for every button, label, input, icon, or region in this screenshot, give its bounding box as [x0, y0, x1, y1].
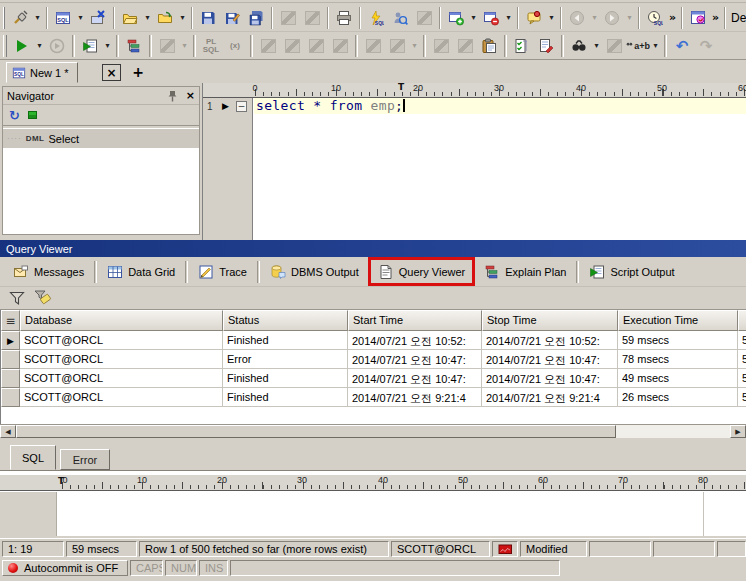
- cell-status[interactable]: Error: [223, 350, 348, 369]
- cell-partial[interactable]: 5: [738, 369, 746, 388]
- clear-filter-icon[interactable]: [34, 290, 52, 306]
- close-tab-button[interactable]: ×: [102, 64, 121, 81]
- step-into-icon-disabled[interactable]: [256, 34, 280, 58]
- execute-snippet-icon-disabled[interactable]: [45, 34, 69, 58]
- new-tab-button[interactable]: +: [130, 63, 146, 80]
- tab-dbms-output[interactable]: DBMS Output: [263, 260, 366, 284]
- execute-statement-dropdown[interactable]: ▾: [34, 34, 45, 58]
- cell-database[interactable]: SCOTT@ORCL: [20, 369, 223, 388]
- tab-query-viewer[interactable]: Query Viewer: [371, 260, 472, 284]
- cell-start-time[interactable]: 2014/07/21 오전 10:47:: [348, 369, 482, 388]
- debug-toggle-icon-disabled[interactable]: [155, 34, 179, 58]
- grid-row-2[interactable]: SCOTT@ORCL Error 2014/07/21 오전 10:47: 20…: [1, 350, 746, 369]
- desktop-panels-button[interactable]: [686, 6, 710, 30]
- plsql-debug-icon-disabled[interactable]: PLSQL: [199, 34, 223, 58]
- undo-button[interactable]: ↶: [670, 34, 694, 58]
- scroll-left-button[interactable]: ◀: [0, 425, 16, 438]
- tab-explain-plan[interactable]: Explain Plan: [477, 260, 573, 284]
- explain-plan-button[interactable]: [122, 34, 146, 58]
- describe-objects-button[interactable]: [388, 6, 412, 30]
- tab-messages[interactable]: Messages: [6, 260, 91, 284]
- halt-execution-icon-disabled[interactable]: [361, 34, 385, 58]
- format-code-button[interactable]: [534, 34, 558, 58]
- disconnect-button[interactable]: [86, 6, 110, 30]
- tab-trace[interactable]: Trace: [191, 260, 254, 284]
- toolbar-drag-handle[interactable]: [3, 7, 5, 29]
- grid-row-1[interactable]: ▶ SCOTT@ORCL Finished 2014/07/21 오전 10:5…: [1, 331, 746, 350]
- replace-button[interactable]: a+b: [626, 34, 650, 58]
- highlight-toggle-icon[interactable]: [28, 111, 37, 119]
- execute-as-script-button[interactable]: [78, 34, 102, 58]
- cell-start-time[interactable]: 2014/07/21 오전 10:52:: [348, 331, 482, 350]
- sql-history-button[interactable]: SQL: [643, 6, 667, 30]
- close-window-dropdown[interactable]: ▾: [503, 6, 514, 30]
- add-window-button[interactable]: [444, 6, 468, 30]
- cell-execution-time[interactable]: 49 msecs: [618, 369, 738, 388]
- column-header-stop-time[interactable]: Stop Time: [482, 310, 618, 331]
- grid-row-4[interactable]: SCOTT@ORCL Finished 2014/07/21 오전 9:21:4…: [1, 388, 746, 407]
- find-dropdown[interactable]: ▾: [591, 34, 602, 58]
- cell-partial[interactable]: 5: [738, 388, 746, 407]
- tab-stop-marker[interactable]: T: [398, 82, 404, 92]
- cell-partial[interactable]: 5: [738, 331, 746, 350]
- breakpoints-dropdown-disabled[interactable]: ▾: [409, 34, 420, 58]
- save-as-button[interactable]: [220, 6, 244, 30]
- breakpoints-icon-disabled[interactable]: [385, 34, 409, 58]
- scrollbar-thumb[interactable]: [16, 425, 616, 438]
- cell-status[interactable]: Finished: [223, 369, 348, 388]
- execute-as-script-dropdown[interactable]: ▾: [102, 34, 113, 58]
- cell-partial[interactable]: 5: [738, 350, 746, 369]
- cell-database[interactable]: SCOTT@ORCL: [20, 388, 223, 407]
- step-out-icon-disabled[interactable]: [304, 34, 328, 58]
- syntax-check-button[interactable]: [510, 34, 534, 58]
- open-file-button[interactable]: [118, 6, 142, 30]
- cut-icon-disabled[interactable]: [429, 34, 453, 58]
- debug-dropdown-disabled[interactable]: ▾: [179, 34, 190, 58]
- cell-start-time[interactable]: 2014/07/21 오전 10:47:: [348, 350, 482, 369]
- grid-row-3[interactable]: SCOTT@ORCL Finished 2014/07/21 오전 10:47:…: [1, 369, 746, 388]
- cell-execution-time[interactable]: 78 msecs: [618, 350, 738, 369]
- comment-button[interactable]: [522, 6, 546, 30]
- copy-icon-disabled[interactable]: [453, 34, 477, 58]
- replace-dropdown[interactable]: ▾: [650, 34, 661, 58]
- column-header-status[interactable]: Status: [223, 310, 348, 331]
- comment-dropdown[interactable]: ▾: [546, 6, 557, 30]
- save-all-button[interactable]: [244, 6, 268, 30]
- step-over-icon-disabled[interactable]: [280, 34, 304, 58]
- cell-stop-time[interactable]: 2014/07/21 오전 10:47:: [482, 350, 618, 369]
- navigate-back-dropdown-disabled[interactable]: ▾: [589, 6, 600, 30]
- connect-dropdown[interactable]: ▾: [32, 6, 43, 30]
- paste-button[interactable]: [477, 34, 501, 58]
- cell-stop-time[interactable]: 2014/07/21 오전 9:21:4: [482, 388, 618, 407]
- grid-corner-button[interactable]: ≡: [1, 310, 20, 331]
- connect-button[interactable]: [8, 6, 32, 30]
- schema-browser-icon-disabled[interactable]: [412, 6, 436, 30]
- cell-database[interactable]: SCOTT@ORCL: [20, 331, 223, 350]
- column-header-start-time[interactable]: Start Time: [348, 310, 482, 331]
- sql-recall-button[interactable]: SQL: [364, 6, 388, 30]
- reopen-file-dropdown[interactable]: ▾: [177, 6, 188, 30]
- column-header-database[interactable]: Database: [20, 310, 223, 331]
- redo-icon-disabled[interactable]: ↷: [694, 34, 718, 58]
- pin-icon[interactable]: [167, 90, 178, 102]
- cell-status[interactable]: Finished: [223, 388, 348, 407]
- cell-stop-time[interactable]: 2014/07/21 오전 10:52:: [482, 331, 618, 350]
- revert-file-icon-disabled[interactable]: [300, 6, 324, 30]
- navigate-forward-dropdown-disabled[interactable]: ▾: [624, 6, 635, 30]
- open-file-dropdown[interactable]: ▾: [142, 6, 153, 30]
- close-window-button[interactable]: [479, 6, 503, 30]
- cell-status[interactable]: Finished: [223, 331, 348, 350]
- code-fold-icon[interactable]: −: [236, 101, 247, 112]
- new-sql-window-dropdown[interactable]: ▾: [75, 6, 86, 30]
- tab-data-grid[interactable]: Data Grid: [100, 260, 182, 284]
- compile-dependencies-icon-disabled[interactable]: (x): [223, 34, 247, 58]
- navigate-forward-icon-disabled[interactable]: [600, 6, 624, 30]
- grid-horizontal-scrollbar[interactable]: ◀ ▶: [0, 424, 746, 438]
- cell-database[interactable]: SCOTT@ORCL: [20, 350, 223, 369]
- toolbar-overflow-chevron-1[interactable]: »: [667, 6, 678, 30]
- tab-stop-marker[interactable]: T: [58, 476, 64, 486]
- filter-icon[interactable]: [9, 291, 25, 306]
- tab-script-output[interactable]: Script Output: [582, 260, 681, 284]
- cell-stop-time[interactable]: 2014/07/21 오전 10:47:: [482, 369, 618, 388]
- column-header-execution-time[interactable]: Execution Time: [618, 310, 738, 331]
